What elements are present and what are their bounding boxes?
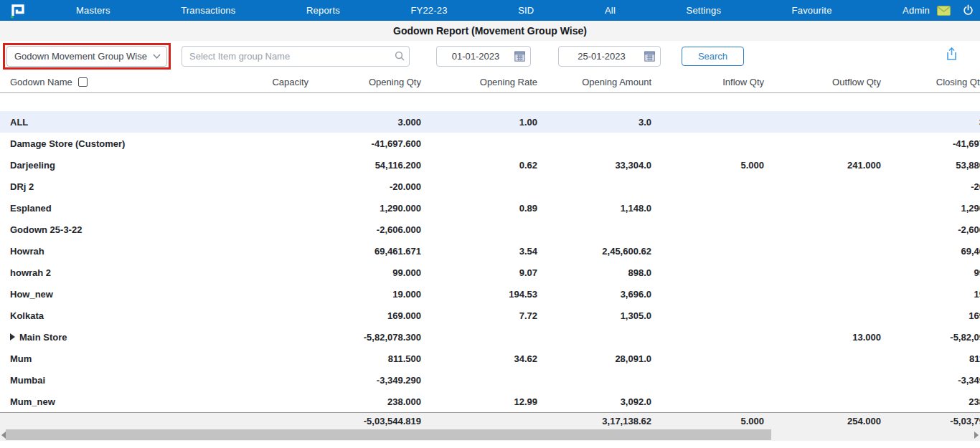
date-to-field[interactable]: 25-01-2023: [558, 46, 661, 67]
report-type-highlight: Godown Movement Group Wise: [3, 43, 171, 70]
godown-name-cell: How_new: [0, 289, 237, 300]
nav-item-sid[interactable]: SID: [518, 5, 534, 16]
opening-amount-cell: 3,092.0: [537, 396, 651, 407]
table-row[interactable]: Mumbai-3,349.290-3,349: [0, 369, 980, 391]
table-row[interactable]: Howrah69,461.6713.542,45,600.6269,46: [0, 240, 980, 262]
opening-qty-cell: 19.000: [308, 289, 421, 300]
calendar-icon[interactable]: [644, 51, 655, 62]
nav-item-admin[interactable]: Admin: [903, 5, 930, 16]
column-opening-qty: Opening Qty: [308, 77, 421, 87]
closing-qty-cell: 1,290: [881, 203, 980, 214]
godown-name-cell: Damage Store (Customer): [0, 138, 237, 149]
opening-amount-cell: 898.0: [537, 267, 651, 278]
opening-rate-cell: 194.53: [421, 289, 537, 300]
select-all-checkbox[interactable]: [78, 77, 88, 87]
column-inflow-qty: Inflow Qty: [651, 77, 764, 87]
godown-name-cell: Main Store: [0, 332, 237, 343]
column-opening-rate: Opening Rate: [421, 77, 537, 87]
column-outflow-qty: Outflow Qty: [764, 77, 881, 87]
opening-rate-cell: 0.62: [421, 160, 537, 171]
page-title: Godown Report (Movement Group Wise): [393, 25, 587, 37]
table-row[interactable]: Godown 25-3-22-2,606.000-2,606: [0, 219, 980, 240]
closing-qty-cell: 3: [881, 117, 980, 128]
godown-name-label: Godown 25-3-22: [10, 224, 82, 235]
table-row[interactable]: Esplaned1,290.0000.891,148.01,290: [0, 197, 980, 219]
total-opening-qty-cell: -5,03,544.819: [308, 416, 421, 426]
closing-qty-cell: 811: [881, 353, 980, 364]
opening-rate-cell: 1.00: [421, 117, 537, 128]
godown-name-cell: howrah 2: [0, 267, 237, 278]
nav-item-favourite[interactable]: Favourite: [792, 5, 832, 16]
opening-rate-cell: 3.54: [421, 246, 537, 257]
godown-name-label: Damage Store (Customer): [10, 138, 125, 149]
opening-qty-cell: 811.500: [308, 353, 421, 364]
table-row[interactable]: How_new19.000194.533,696.019: [0, 283, 980, 305]
scroll-right-arrow-icon[interactable]: [974, 432, 979, 439]
report-type-dropdown[interactable]: Godown Movement Group Wise: [6, 46, 167, 67]
outflow-qty-cell: 13.000: [764, 332, 881, 343]
godown-name-cell: Mumbai: [0, 375, 237, 386]
nav-item-settings[interactable]: Settings: [687, 5, 722, 16]
total-opening-amount-cell: 3,17,138.62: [537, 416, 651, 426]
godown-name-label: Mum_new: [10, 396, 55, 407]
table-row[interactable]: DRj 2-20.000-20: [0, 176, 980, 197]
table-row[interactable]: Darjeeling54,116.2000.6233,304.05.000241…: [0, 154, 980, 176]
opening-qty-cell: -3,349.290: [308, 375, 421, 386]
godown-name-cell: Esplaned: [0, 203, 237, 214]
chevron-down-icon: [153, 54, 161, 59]
filter-bar: Godown Movement Group Wise 01-01-2023 25…: [0, 41, 980, 72]
table-row[interactable]: Main Store-5,82,078.30013.000-5,82,09: [0, 326, 980, 348]
expand-arrow-icon[interactable]: [10, 333, 15, 340]
opening-rate-cell: 7.72: [421, 310, 537, 321]
table-row[interactable]: Mum_new238.00012.993,092.0238: [0, 391, 980, 412]
nav-item-fy22-23[interactable]: FY22-23: [410, 5, 447, 16]
opening-qty-cell: 3.000: [308, 117, 421, 128]
export-icon[interactable]: [945, 47, 958, 64]
table-gap: [0, 93, 980, 111]
nav-item-masters[interactable]: Masters: [76, 5, 110, 16]
closing-qty-cell: 169: [881, 310, 980, 321]
report-type-value: Godown Movement Group Wise: [14, 51, 153, 62]
total-outflow-qty-cell: 254.000: [764, 416, 881, 426]
search-button[interactable]: Search: [682, 47, 744, 66]
calendar-icon[interactable]: [514, 51, 525, 62]
column-capacity: Capacity: [237, 77, 308, 87]
app-logo-icon[interactable]: [9, 2, 33, 19]
item-group-input[interactable]: [182, 46, 410, 67]
mail-icon[interactable]: [937, 6, 951, 16]
opening-qty-cell: 54,116.200: [308, 160, 421, 171]
opening-qty-cell: 1,290.000: [308, 203, 421, 214]
godown-name-label: Main Store: [19, 332, 67, 343]
item-group-search: [182, 46, 410, 67]
scrollbar-thumb[interactable]: [6, 429, 771, 440]
godown-name-cell: Howrah: [0, 246, 237, 257]
power-icon[interactable]: [962, 4, 974, 16]
opening-qty-cell: -41,697.600: [308, 138, 421, 149]
table-row[interactable]: Damage Store (Customer)-41,697.600-41,69…: [0, 133, 980, 154]
godown-name-cell: ALL: [0, 117, 237, 128]
horizontal-scrollbar[interactable]: [0, 429, 980, 441]
table-row[interactable]: ALL3.0001.003.03: [0, 111, 980, 133]
table-row[interactable]: howrah 299.0009.07898.099: [0, 262, 980, 283]
opening-amount-cell: 2,45,600.62: [537, 246, 651, 257]
closing-qty-cell: 69,46: [881, 246, 980, 257]
table-row[interactable]: Kolkata169.0007.721,305.0169: [0, 305, 980, 326]
table-total-row: -5,03,544.819 3,17,138.62 5.000 254.000 …: [0, 412, 980, 429]
opening-qty-cell: 238.000: [308, 396, 421, 407]
godown-name-label: Mum: [10, 353, 32, 364]
total-inflow-qty-cell: 5.000: [651, 416, 764, 426]
report-titlebar: Godown Report (Movement Group Wise): [0, 21, 980, 41]
nav-item-reports[interactable]: Reports: [306, 5, 340, 16]
date-from-field[interactable]: 01-01-2023: [436, 46, 531, 67]
opening-rate-cell: 9.07: [421, 267, 537, 278]
column-closing-qty: Closing Qty: [881, 77, 980, 87]
opening-qty-cell: 169.000: [308, 310, 421, 321]
nav-item-transactions[interactable]: Transactions: [181, 5, 235, 16]
opening-rate-cell: 0.89: [421, 203, 537, 214]
table-row[interactable]: Mum811.50034.6228,091.0811: [0, 348, 980, 369]
godown-name-label: Mumbai: [10, 375, 45, 386]
nav-menu: MastersTransactionsReportsFY22-23SIDAllS…: [76, 5, 930, 16]
godown-name-cell: Mum: [0, 353, 237, 364]
nav-item-all[interactable]: All: [605, 5, 616, 16]
column-godown-name: Godown Name: [10, 77, 72, 87]
